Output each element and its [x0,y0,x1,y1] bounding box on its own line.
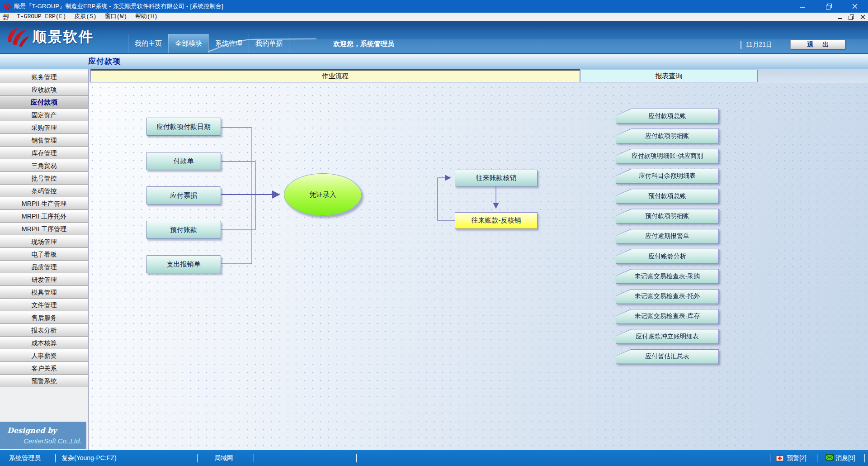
sidebar-item[interactable]: 条码管控 [0,185,88,197]
report-button[interactable]: 应付账龄分析 [616,249,719,264]
sidebar-item[interactable]: 品质管理 [0,261,88,273]
designed-by-panel: Designed by CenterSoft Co.,Ltd. [0,422,86,449]
sidebar-item[interactable]: 人事薪资 [0,349,88,362]
alert-medkit-icon [776,454,784,461]
verify-box[interactable]: 往来账款核销 [455,170,538,186]
titlebar: 顺景『T-GROUP』制造业ERP系统 - 东莞顺景软件科技有限公司 - [系统… [0,0,868,13]
restore-button[interactable] [816,0,842,13]
erp-application-window: 顺景『T-GROUP』制造业ERP系统 - 东莞顺景软件科技有限公司 - [系统… [0,0,868,466]
report-button[interactable]: 未记账交易检查表-库存 [616,309,719,324]
report-button-label: 应付款项总账 [648,112,686,120]
main-area: 作业流程 报表查询 [89,69,868,450]
sidebar-item[interactable]: 采购管理 [0,121,88,134]
status-user: 系统管理员 [9,450,41,466]
header-nav-tab[interactable]: 系统管理 [208,34,249,53]
page-title: 应付款项 [88,56,121,67]
flow-box[interactable]: 应付票据 [146,186,221,204]
tab-report-query[interactable]: 报表查询 [580,70,758,82]
designed-by-text: Designed by [7,426,57,435]
header-separator [741,41,741,49]
sidebar-item[interactable]: 客户关系 [0,362,88,375]
flow-box[interactable]: 应付款项付款日期 [146,118,221,136]
report-button-label: 预付款项明细账 [645,212,689,220]
tab-work-flow[interactable]: 作业流程 [90,69,580,82]
sidebar-item[interactable]: MRPII 生产管理 [0,197,88,210]
mdi-child-icon [3,14,9,20]
report-button[interactable]: 应付账款冲立账明细表 [616,329,719,344]
report-button[interactable]: 应付暂估汇总表 [616,349,719,364]
report-button-label: 应付账款冲立账明细表 [636,333,699,341]
status-alert[interactable]: 预警[2] [787,450,807,466]
menu-items: T-GROUP ERP(E)皮肤(S)窗口(W)帮助(H) [13,13,161,21]
report-button-label: 未记账交易检查表-托外 [635,292,700,300]
window-title: 顺景『T-GROUP』制造业ERP系统 - 东莞顺景软件科技有限公司 - [系统… [14,2,223,10]
report-button[interactable]: 应付款项明细账 [616,128,719,143]
sidebar-item[interactable]: 应付款项 [0,96,88,109]
flow-box[interactable]: 付款单 [146,152,221,170]
sidebar-item[interactable]: 预警系统 [0,375,88,387]
sidebar-item[interactable]: 固定资产 [0,109,88,121]
header-nav-tab[interactable]: 我的单据 [249,34,289,53]
report-button-label: 应付款项明细账-供应商别 [632,152,703,160]
menu-item[interactable]: 皮肤(S) [70,13,100,20]
sidebar-item[interactable]: 报表分析 [0,324,88,337]
process-node-voucher-entry[interactable]: 凭证录入 [284,173,362,216]
status-separator [254,454,254,462]
brand-logo-text: 顺景软件 [33,28,94,47]
source-doc-boxes: 应付款项付款日期付款单应付票据预付账款支出报销单 [146,118,221,273]
header-nav-tab[interactable]: 全部模块 [168,34,208,53]
brand-logo-icon [5,26,29,48]
report-button[interactable]: 应付款项总账 [616,109,719,124]
sidebar-item[interactable]: 成本核算 [0,337,88,349]
sidebar-item[interactable]: MRPII 工序管理 [0,223,88,235]
sidebar-item[interactable]: 研发管理 [0,273,88,286]
menu-item[interactable]: 帮助(H) [131,13,161,20]
sidebar-item[interactable]: 销售管理 [0,134,88,147]
status-message[interactable]: 消息[9] [835,450,855,466]
view-tabstrip: 作业流程 报表查询 [89,69,868,83]
sidebar-item[interactable]: 账务管理 [0,71,88,83]
sidebar-item[interactable]: MRPII 工序托外 [0,210,88,223]
mdi-close-button[interactable] [860,14,865,19]
flow-box[interactable]: 支出报销单 [146,255,221,273]
menu-item[interactable]: T-GROUP ERP(E) [13,13,70,20]
sidebar-item[interactable]: 三角贸易 [0,159,88,172]
report-button-label: 应付款项明细账 [645,132,689,140]
report-button[interactable]: 应付科目余额明细表 [616,169,719,184]
header-nav-tabs: 我的主页全部模块系统管理我的单据 [128,34,289,53]
mdi-minimize-button[interactable] [838,15,842,19]
report-button[interactable]: 未记账交易检查表-采购 [616,269,719,284]
report-button[interactable]: 预付款项明细账 [616,209,719,223]
report-button[interactable]: 应付款项明细账-供应商别 [616,149,719,164]
exit-button[interactable]: 退 出 [790,40,845,49]
report-button-label: 未记账交易检查表-库存 [635,312,700,320]
report-button[interactable]: 未记账交易检查表-托外 [616,289,719,304]
sidebar-item[interactable]: 售后服务 [0,311,88,324]
report-button-label: 应付逾期报警单 [645,232,689,240]
flow-box[interactable]: 预付账款 [146,221,221,239]
app-logo-icon [2,2,11,11]
status-separator [356,454,357,462]
sidebar-item[interactable]: 模具管理 [0,286,88,299]
sidebar-item[interactable]: 电子看板 [0,248,88,261]
report-button[interactable]: 应付逾期报警单 [616,229,719,244]
mdi-restore-button[interactable] [849,14,854,20]
status-separator [770,454,770,462]
message-envelope-icon [826,454,834,461]
report-button[interactable]: 预付款项总账 [616,189,719,204]
sidebar-item[interactable]: 文件管理 [0,299,88,311]
menu-item[interactable]: 窗口(W) [101,13,131,20]
header-band: 顺景软件 我的主页全部模块系统管理我的单据 欢迎您，系统管理员 11月21日 退… [0,21,868,54]
sidebar-item[interactable]: 应收款项 [0,83,88,96]
status-separator [55,454,56,462]
header-nav-tab[interactable]: 我的主页 [128,34,168,53]
sidebar-item[interactable]: 批号管控 [0,172,88,185]
report-buttons: 应付款项总账 应付款项明细账 应付款项明细账-供应商别 [616,109,719,364]
close-button[interactable] [842,0,868,13]
sidebar-item[interactable]: 现场管理 [0,235,88,248]
minimize-button[interactable] [789,0,816,13]
sidebar-item[interactable]: 库存管理 [0,147,88,159]
report-button-label: 预付款项总账 [648,192,686,200]
unverify-box[interactable]: 往来账款-反核销 [455,212,538,229]
report-button-label: 应付暂估汇总表 [645,352,689,361]
